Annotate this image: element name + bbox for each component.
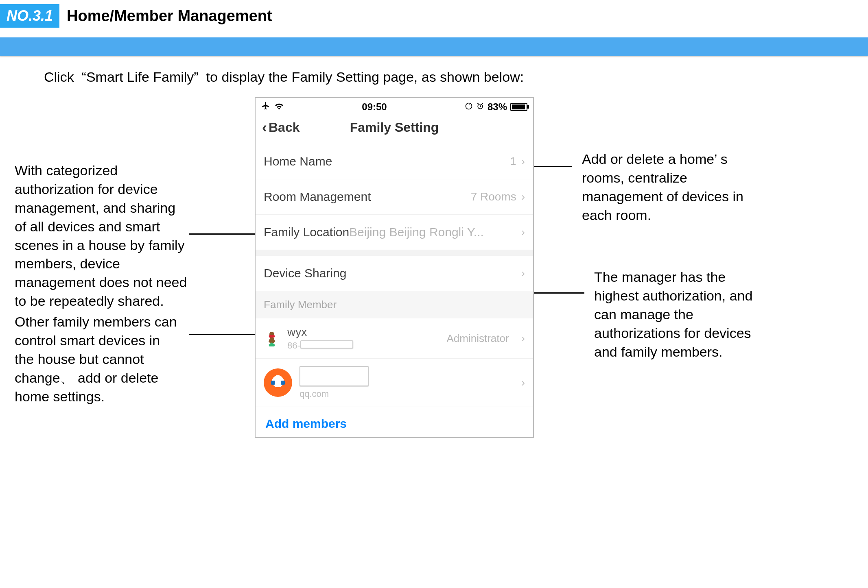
back-label: Back <box>269 120 300 135</box>
section-gap <box>256 250 533 256</box>
row-value: 7 Rooms <box>471 190 516 203</box>
section-number-badge: NO.3.1 <box>0 4 59 28</box>
row-home-name[interactable]: Home Name 1 › <box>256 144 533 179</box>
member-email: qq.com <box>300 389 509 399</box>
row-label: Room Management <box>264 190 371 204</box>
member-phone: 86- <box>287 340 439 351</box>
nav-title: Family Setting <box>350 120 439 135</box>
redacted-box <box>300 340 353 348</box>
annotation-other-members: Other family members can control smart d… <box>15 313 181 406</box>
divider-bar <box>0 37 868 56</box>
chevron-right-icon: › <box>521 332 525 345</box>
chevron-right-icon: › <box>521 190 525 203</box>
add-members-label: Add members <box>265 417 347 430</box>
annotation-room-management: Add or delete a home’ s rooms, centraliz… <box>582 150 769 225</box>
chevron-right-icon: › <box>521 226 525 239</box>
orientation-lock-icon <box>465 101 473 113</box>
phone-screenshot: 09:50 83% ‹ Back Family Setting Home <box>255 97 534 438</box>
annotation-device-sharing: With categorized authorization for devic… <box>15 161 190 311</box>
chevron-left-icon: ‹ <box>262 120 267 135</box>
member-row-admin[interactable]: wyx 86- Administrator › <box>256 318 533 359</box>
avatar <box>264 368 292 397</box>
row-label: Home Name <box>264 155 332 168</box>
intro-text: Click “Smart Life Family” to display the… <box>0 56 868 97</box>
member-name: wyx <box>287 326 439 339</box>
annotation-manager-auth: The manager has the highest authorizatio… <box>594 268 765 361</box>
nav-bar: ‹ Back Family Setting <box>256 114 533 144</box>
chevron-right-icon: › <box>521 376 525 389</box>
row-family-location[interactable]: Family LocationBeijing Beijing Rongli Y.… <box>256 215 533 250</box>
back-button[interactable]: ‹ Back <box>262 120 300 135</box>
row-label: Family Location <box>264 225 349 239</box>
airplane-mode-icon <box>261 101 270 113</box>
connector-line <box>534 292 584 294</box>
row-value: Beijing Beijing Rongli Y... <box>349 225 484 239</box>
chevron-right-icon: › <box>521 267 525 280</box>
row-room-management[interactable]: Room Management 7 Rooms › <box>256 179 533 215</box>
wifi-icon <box>274 101 284 113</box>
connector-line <box>189 233 255 235</box>
alarm-icon <box>476 101 484 113</box>
member-row[interactable]: qq.com › <box>256 359 533 407</box>
status-bar: 09:50 83% <box>256 98 533 114</box>
family-member-header: Family Member <box>256 291 533 318</box>
section-title: Home/Member Management <box>67 7 272 25</box>
avatar <box>264 330 280 346</box>
connector-line <box>189 334 255 335</box>
connector-line <box>534 166 572 167</box>
member-role: Administrator <box>447 332 509 345</box>
row-label: Device Sharing <box>264 266 346 280</box>
battery-icon <box>510 103 527 111</box>
chevron-right-icon: › <box>521 155 525 168</box>
add-members-button[interactable]: Add members <box>256 407 533 437</box>
row-value: 1 <box>510 155 516 168</box>
row-device-sharing[interactable]: Device Sharing › <box>256 256 533 291</box>
redacted-box <box>300 366 369 386</box>
battery-percentage: 83% <box>488 101 507 113</box>
page-header: NO.3.1 Home/Member Management <box>0 0 868 37</box>
status-time: 09:50 <box>362 101 387 113</box>
